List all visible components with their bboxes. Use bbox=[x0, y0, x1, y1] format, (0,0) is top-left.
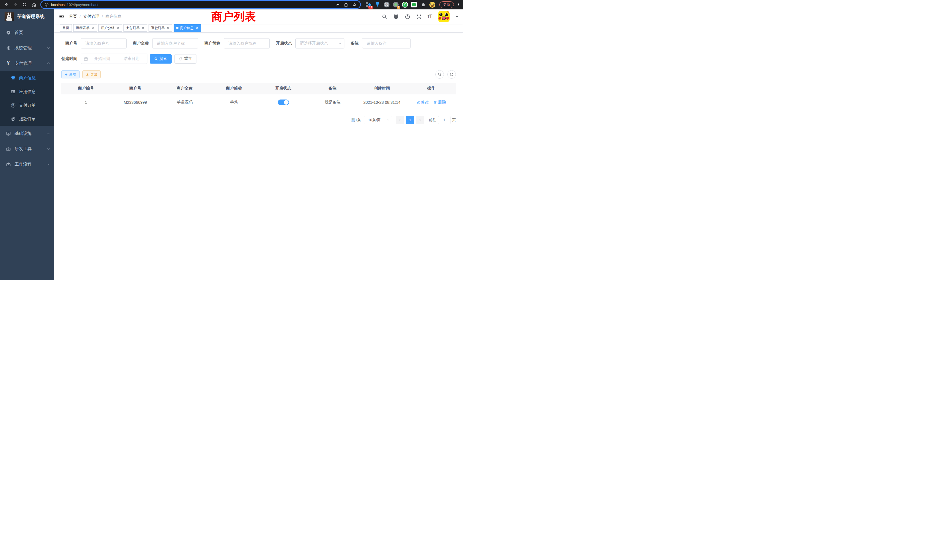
cell-merchant-no: M233666999 bbox=[110, 94, 160, 110]
prev-page-button[interactable] bbox=[396, 116, 404, 124]
sidebar-item-payment[interactable]: ¥ 支付管理 bbox=[0, 56, 54, 71]
search-icon bbox=[154, 57, 158, 61]
breadcrumb-payment[interactable]: 支付管理 bbox=[83, 14, 99, 19]
sidebar-collapse-icon[interactable] bbox=[59, 14, 64, 20]
sidebar-item-home[interactable]: 首页 bbox=[0, 25, 54, 40]
add-button[interactable]: 新增 bbox=[61, 70, 80, 79]
browser-update-button[interactable]: 更新 bbox=[439, 2, 454, 8]
avatar-caret-icon[interactable] bbox=[455, 16, 458, 19]
sidebar-submenu-payment: 商户信息 应用信息 ¥ 支付订单 退款订单 bbox=[0, 71, 54, 126]
remark-input[interactable] bbox=[362, 38, 410, 48]
extension-badge-one: 1 bbox=[397, 6, 400, 9]
merchant-no-input[interactable] bbox=[81, 38, 127, 48]
app-logo-row[interactable]: 芋道管理系统 bbox=[0, 9, 54, 24]
browser-back-icon[interactable] bbox=[2, 1, 10, 9]
extension-emoji-icon[interactable] bbox=[429, 2, 435, 8]
col-full-name: 商户全称 bbox=[160, 83, 209, 94]
dashboard-icon bbox=[6, 30, 11, 35]
calendar-icon bbox=[84, 57, 88, 61]
merchant-no-label: 商户号 bbox=[65, 41, 81, 46]
bookmark-star-icon[interactable] bbox=[352, 2, 357, 7]
sidebar-item-system[interactable]: 系统管理 bbox=[0, 40, 54, 56]
page-number-current[interactable]: 1 bbox=[406, 116, 414, 124]
sidebar-item-merchant-info[interactable]: 商户信息 bbox=[0, 71, 54, 85]
reset-button[interactable]: 重置 bbox=[174, 54, 197, 64]
cell-full-name: 芋道源码 bbox=[160, 94, 209, 110]
annotation-merchant-list: 商户列表 bbox=[212, 9, 256, 24]
status-select[interactable]: 请选择开启状态 bbox=[295, 38, 344, 48]
refresh-icon bbox=[179, 57, 183, 61]
page-size-select[interactable]: 10条/页 bbox=[364, 116, 392, 124]
goto-page-input[interactable] bbox=[438, 116, 451, 124]
sidebar-item-app-info[interactable]: 应用信息 bbox=[0, 85, 54, 98]
close-icon[interactable] bbox=[91, 26, 94, 30]
merchant-shortname-label: 商户简称 bbox=[204, 41, 224, 46]
chevron-down-icon bbox=[47, 147, 50, 151]
date-range-picker[interactable]: 开始日期 - 结束日期 bbox=[81, 54, 147, 64]
github-icon[interactable] bbox=[393, 14, 399, 20]
search-icon[interactable] bbox=[382, 14, 387, 20]
close-icon[interactable] bbox=[116, 26, 120, 30]
browser-menu-icon[interactable] bbox=[456, 2, 461, 7]
extensions-row: 10 ⌘ 1 Y bbox=[365, 2, 435, 8]
breadcrumb-current: 商户信息 bbox=[106, 14, 121, 19]
sidebar-item-workflow[interactable]: 工作流程 bbox=[0, 157, 54, 172]
fullscreen-icon[interactable] bbox=[416, 14, 422, 20]
download-icon bbox=[86, 73, 89, 76]
avatar[interactable] bbox=[438, 11, 449, 22]
sidebar-item-dev-tools[interactable]: 研发工具 bbox=[0, 141, 54, 157]
tab-merchant-info[interactable]: 商户信息 bbox=[174, 24, 201, 32]
sidebar-item-infra[interactable]: 基础设施 bbox=[0, 126, 54, 141]
sidebar-item-pay-order[interactable]: ¥ 支付订单 bbox=[0, 98, 54, 112]
browser-home-icon[interactable] bbox=[30, 1, 38, 9]
tab-home[interactable]: 首页 bbox=[60, 24, 72, 32]
browser-reload-icon[interactable] bbox=[21, 1, 29, 9]
share-icon[interactable] bbox=[344, 3, 348, 7]
address-bar[interactable]: localhost:1024/pay/merchant bbox=[41, 1, 360, 8]
sidebar-menu: 首页 系统管理 ¥ 支付管理 bbox=[0, 25, 54, 172]
goto-label: 前往 bbox=[429, 118, 436, 123]
search-icon bbox=[437, 73, 442, 76]
merchant-shortname-input[interactable] bbox=[224, 38, 270, 48]
tab-user-group[interactable]: 用户分组 bbox=[98, 24, 122, 32]
info-icon[interactable] bbox=[44, 3, 49, 7]
briefcase-icon bbox=[6, 162, 11, 167]
pay-order-icon: ¥ bbox=[11, 103, 15, 107]
merchant-fullname-input[interactable] bbox=[152, 38, 198, 48]
monitor-icon bbox=[6, 131, 11, 136]
browser-forward-icon[interactable] bbox=[11, 1, 20, 9]
col-short-name: 商户简称 bbox=[209, 83, 259, 94]
tab-pay-order[interactable]: 支付订单 bbox=[123, 24, 147, 32]
tab-refund-order[interactable]: 退款订单 bbox=[148, 24, 172, 32]
password-key-icon[interactable] bbox=[335, 2, 340, 7]
extension-status-icon[interactable]: 1 bbox=[393, 2, 399, 8]
close-icon[interactable] bbox=[195, 26, 198, 30]
help-icon[interactable] bbox=[405, 14, 410, 20]
app-logo-rabbit bbox=[5, 12, 14, 21]
sidebar-item-refund-order[interactable]: 退款订单 bbox=[0, 112, 54, 126]
export-button[interactable]: 导出 bbox=[82, 70, 101, 79]
close-icon[interactable] bbox=[141, 26, 145, 30]
plus-icon bbox=[65, 73, 68, 76]
next-page-button[interactable] bbox=[416, 116, 424, 124]
extension-y-icon[interactable]: Y bbox=[402, 2, 408, 8]
font-size-icon[interactable]: TT bbox=[428, 14, 432, 19]
extension-chat-icon[interactable] bbox=[411, 2, 417, 8]
extension-pin-icon[interactable] bbox=[374, 2, 381, 8]
close-icon[interactable] bbox=[166, 26, 169, 30]
show-search-toggle-button[interactable] bbox=[435, 70, 444, 79]
tab-process-form[interactable]: 流程表单 bbox=[73, 24, 97, 32]
breadcrumb-home[interactable]: 首页 bbox=[69, 14, 77, 19]
edit-link[interactable]: 修改 bbox=[416, 100, 429, 105]
col-merchant-id: 商户编号 bbox=[61, 83, 110, 94]
delete-link[interactable]: 删除 bbox=[433, 100, 446, 105]
extension-blocks-icon[interactable]: 10 bbox=[365, 2, 371, 8]
grid-icon bbox=[11, 89, 15, 94]
refresh-table-button[interactable] bbox=[447, 70, 456, 79]
col-created-at: 创建时间 bbox=[357, 83, 407, 94]
extensions-puzzle-icon[interactable] bbox=[420, 2, 426, 8]
status-toggle[interactable] bbox=[278, 100, 289, 105]
yen-icon: ¥ bbox=[6, 61, 11, 66]
extension-command-icon[interactable]: ⌘ bbox=[383, 2, 390, 8]
search-button[interactable]: 搜索 bbox=[150, 54, 172, 64]
